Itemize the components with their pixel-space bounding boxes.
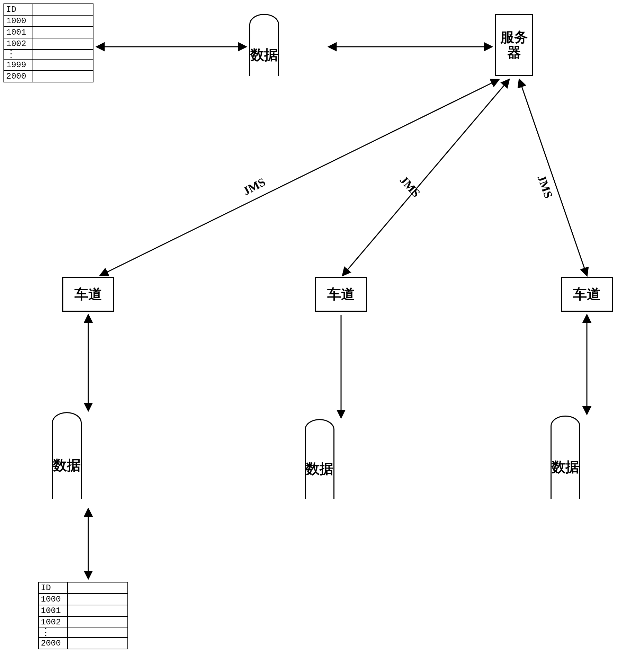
dots: ⋮ [38, 628, 68, 638]
id-cell: 2000 [38, 638, 68, 649]
jms-label-2: JMS [397, 174, 423, 200]
id-cell: 1999 [4, 59, 33, 71]
db-lane-label: 数据 [552, 457, 579, 477]
id-cell: 1002 [38, 616, 68, 628]
arrow-server-lane2 [343, 80, 509, 275]
jms-label-3: JMS [535, 174, 555, 200]
db-lane-label: 数据 [53, 456, 81, 475]
db-lane-1: 数据 [52, 412, 82, 509]
lane-box-2: 车道 [315, 277, 367, 312]
lane-label: 车道 [573, 287, 601, 302]
db-lane-2: 数据 [305, 419, 334, 509]
id-cell: 1001 [38, 605, 68, 616]
lane-label: 车道 [327, 287, 355, 302]
id-table-bottom: ID 1000 1001 1002 ⋮ 2000 [38, 582, 128, 649]
arrow-server-lane1 [100, 80, 499, 275]
jms-label-1: JMS [241, 175, 268, 198]
arrows-overlay [0, 0, 644, 667]
id-cell: 1001 [4, 27, 33, 38]
id-header: ID [38, 582, 68, 594]
db-main: 数据 [249, 14, 279, 87]
id-table-top: ID 1000 1001 1002 ⋮ 1999 2000 [3, 3, 93, 82]
db-main-label: 数据 [250, 45, 278, 64]
db-lane-3: 数据 [551, 416, 580, 509]
id-cell: 2000 [4, 71, 33, 82]
id-cell: 1000 [4, 15, 33, 27]
lane-box-1: 车道 [62, 277, 114, 312]
dots: ⋮ [4, 50, 33, 59]
id-cell: 1000 [38, 594, 68, 605]
id-header: ID [4, 4, 33, 15]
lane-label: 车道 [74, 287, 102, 302]
id-cell: 1002 [4, 38, 33, 50]
lane-box-3: 车道 [561, 277, 613, 312]
db-lane-label: 数据 [306, 459, 333, 478]
server-label: 服务 器 [500, 30, 528, 60]
diagram-canvas: ID 1000 1001 1002 ⋮ 1999 2000 数据 服务 器 车道… [0, 0, 644, 667]
arrow-server-lane3 [519, 80, 587, 275]
server-box: 服务 器 [495, 14, 533, 76]
